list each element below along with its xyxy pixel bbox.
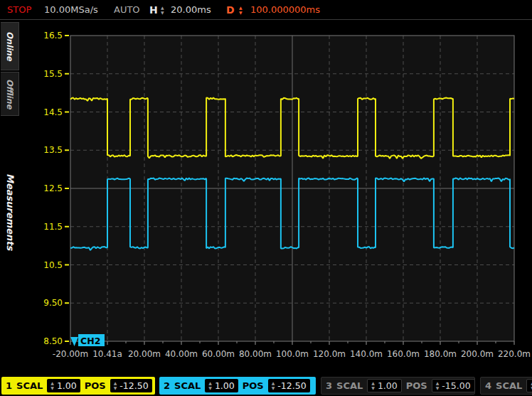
channel-2-panel[interactable]: 2 SCAL ▲▼ 1.00 POS ▲▼ -12.50 [159,377,316,395]
stepper-up-icon[interactable]: ▲ [161,6,164,10]
stepper-icon[interactable]: ▲▼ [371,381,375,390]
position-label: POS [85,380,106,391]
delay-label: D [226,0,235,20]
channel-2-number: 2 [164,380,170,391]
delay-stepper[interactable]: ▲ ▼ [239,0,243,20]
channel-4-scale-box[interactable]: ▲▼ 5 [526,379,532,392]
stepper-up-icon[interactable]: ▲ [239,6,243,10]
channel-1-scale-box[interactable]: ▲▼ 1.00 [47,379,80,392]
delay-value[interactable]: 100.000000ms [250,0,320,20]
x-tick-label: 60.00m [202,349,235,359]
scale-label: SCAL [16,380,43,391]
ch2-marker-label: CH2 [80,336,100,346]
waveform-display-area: Online Offline Measurements -20.00m10.41… [0,20,532,375]
x-tick-label: 160.0m [387,349,420,359]
y-tick-label: 12.5 [43,183,63,193]
x-tick-label: 40.00m [165,349,198,359]
channel-4-panel[interactable]: 4 SCAL ▲▼ 5 [480,377,532,395]
stepper-icon[interactable]: ▲▼ [272,381,275,390]
scale-label: SCAL [496,380,522,391]
y-tick-label: 14.5 [43,107,63,117]
x-tick-label: 140.0m [350,349,383,359]
stepper-icon[interactable]: ▲▼ [50,381,54,390]
scale-label: SCAL [336,380,363,391]
x-tick-label: 80.00m [239,349,272,359]
y-tick-label: 13.5 [43,145,63,155]
stepper-icon[interactable]: ▲▼ [436,381,440,390]
horizontal-scale-value[interactable]: 20.00ms [171,0,211,20]
channel-1-scale-value: 1.00 [57,380,77,391]
channel-1-panel[interactable]: 1 SCAL ▲▼ 1.00 POS ▲▼ -12.50 [1,377,155,395]
channel-2-scale-value: 1.00 [215,380,235,391]
x-tick-label: -20.00m [53,349,88,359]
channel-2-position-box[interactable]: ▲▼ -12.50 [268,379,310,392]
trigger-mode-label[interactable]: AUTO [114,0,140,20]
run-state-label[interactable]: STOP [7,0,31,20]
sample-rate-label: 10.00MSa/s [44,0,98,20]
stepper-down-icon[interactable]: ▼ [161,11,164,15]
horizontal-scale-stepper[interactable]: ▲ ▼ [161,0,164,20]
x-tick-label: 100.0m [276,349,309,359]
y-tick-label: 9.50 [43,298,63,308]
x-tick-label: 200.0m [461,349,494,359]
x-tick-label: 20.00m [128,349,161,359]
horizontal-scale-label: H [149,0,158,20]
channel-2-position-value: -12.50 [277,380,306,391]
channel-3-position-box[interactable]: ▲▼ -15.00 [432,379,475,392]
channel-2-scale-box[interactable]: ▲▼ 1.00 [205,379,238,392]
position-label: POS [406,380,427,391]
y-tick-label: 11.5 [43,222,63,232]
position-label: POS [243,380,264,391]
x-tick-label: 180.0m [424,349,457,359]
oscilloscope-plot[interactable]: -20.00m10.41a20.00m40.00m60.00m80.00m100… [0,20,532,375]
x-tick-label: 220.0m [498,349,531,359]
channel-3-scale-value: 1.00 [378,380,398,391]
channel-1-number: 1 [6,380,12,391]
scale-label: SCAL [174,380,201,391]
channel-3-position-value: -15.00 [442,380,470,391]
x-tick-label: 10.41a [92,349,122,359]
channel-3-scale-box[interactable]: ▲▼ 1.00 [367,379,401,392]
stepper-down-icon[interactable]: ▼ [239,11,243,15]
channel-1-position-value: -12.50 [119,380,148,391]
channel-3-number: 3 [326,380,332,391]
y-tick-label: 10.5 [43,260,63,270]
channel-settings-bar: 1 SCAL ▲▼ 1.00 POS ▲▼ -12.50 2 SCAL ▲▼ 1… [0,375,532,396]
top-status-bar: STOP 10.00MSa/s AUTO H ▲ ▼ 20.00ms D ▲ ▼… [0,0,532,20]
channel-1-position-box[interactable]: ▲▼ -12.50 [110,379,152,392]
channel-4-number: 4 [485,380,491,391]
channel-3-panel[interactable]: 3 SCAL ▲▼ 1.00 POS ▲▼ -15.00 [321,377,475,395]
y-tick-label: 15.5 [43,69,63,79]
y-tick-label: 8.50 [43,336,63,346]
stepper-icon[interactable]: ▲▼ [114,381,117,390]
y-tick-label: 16.5 [43,31,63,41]
stepper-icon[interactable]: ▲▼ [208,381,212,390]
x-tick-label: 120.0m [313,349,346,359]
